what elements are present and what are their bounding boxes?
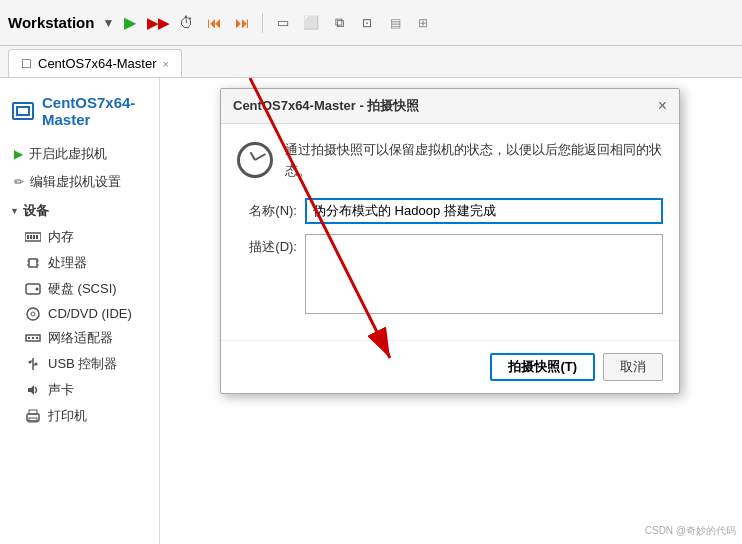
separator-1 <box>262 13 263 33</box>
device-hdd-label: 硬盘 (SCSI) <box>48 280 117 298</box>
cdrom-icon <box>24 307 42 321</box>
svg-point-14 <box>31 312 35 316</box>
dialog-clock-icon <box>237 142 273 178</box>
forward-button[interactable]: ▶▶ <box>146 11 170 35</box>
main-area: CentOS7x64-Master ▶ 开启此虚拟机 ✏ 编辑虚拟机设置 ▼ 设… <box>0 78 742 544</box>
dialog-title: CentOS7x64-Master - 拍摄快照 <box>233 97 419 115</box>
dialog-body: 通过拍摄快照可以保留虚拟机的状态，以便以后您能返回相同的状态。 名称(N): 描… <box>221 124 679 340</box>
device-cdrom[interactable]: CD/DVD (IDE) <box>0 302 159 325</box>
window-icon-4: ⊡ <box>362 16 372 30</box>
dialog-name-field: 名称(N): <box>237 198 663 224</box>
sidebar: CentOS7x64-Master ▶ 开启此虚拟机 ✏ 编辑虚拟机设置 ▼ 设… <box>0 78 160 544</box>
restore-icon: ⏮ <box>207 14 222 31</box>
section-collapse-icon[interactable]: ▼ <box>10 206 19 216</box>
dropdown-arrow[interactable]: ▼ <box>102 16 114 30</box>
usb-icon <box>24 357 42 371</box>
device-sound[interactable]: 声卡 <box>0 377 159 403</box>
dialog-name-input[interactable] <box>305 198 663 224</box>
device-hdd[interactable]: 硬盘 (SCSI) <box>0 276 159 302</box>
cpu-icon <box>24 256 42 270</box>
tab-vm-icon: ☐ <box>21 57 32 71</box>
dialog-desc-field: 描述(D): <box>237 234 663 314</box>
play-button[interactable]: ▶ <box>118 11 142 35</box>
vm-icon <box>12 102 34 120</box>
svg-rect-0 <box>17 107 29 115</box>
cancel-button[interactable]: 取消 <box>603 353 663 381</box>
device-cdrom-label: CD/DVD (IDE) <box>48 306 132 321</box>
hdd-icon <box>24 282 42 296</box>
start-vm-label: 开启此虚拟机 <box>29 145 107 163</box>
dialog-titlebar: CentOS7x64-Master - 拍摄快照 × <box>221 89 679 124</box>
grid-icon: ⊞ <box>418 16 428 30</box>
app-title: Workstation <box>8 14 94 31</box>
window-btn-1[interactable]: ▭ <box>271 11 295 35</box>
device-usb-label: USB 控制器 <box>48 355 117 373</box>
device-printer[interactable]: 打印机 <box>0 403 159 429</box>
vm-name-label: CentOS7x64-Master <box>42 94 147 128</box>
dialog-desc-label: 描述(D): <box>237 238 297 256</box>
window-btn-4[interactable]: ⊡ <box>355 11 379 35</box>
device-cpu[interactable]: 处理器 <box>0 250 159 276</box>
device-nic[interactable]: 网络适配器 <box>0 325 159 351</box>
clock-icon: ⏱ <box>179 14 194 31</box>
device-nic-label: 网络适配器 <box>48 329 113 347</box>
svg-point-22 <box>29 361 32 364</box>
device-sound-label: 声卡 <box>48 381 74 399</box>
device-printer-label: 打印机 <box>48 407 87 425</box>
nic-icon <box>24 331 42 345</box>
svg-point-23 <box>35 363 38 366</box>
device-memory[interactable]: 内存 <box>0 224 159 250</box>
svg-marker-24 <box>28 385 34 395</box>
dialog-overlay: CentOS7x64-Master - 拍摄快照 × 通过拍摄快照可以保留虚拟机… <box>160 78 742 544</box>
tab-close-button[interactable]: × <box>163 58 169 70</box>
svg-rect-17 <box>32 337 34 339</box>
svg-rect-5 <box>36 235 38 239</box>
svg-point-12 <box>36 288 39 291</box>
window-btn-6[interactable]: ⊞ <box>411 11 435 35</box>
toolbar: Workstation ▼ ▶ ▶▶ ⏱ ⏮ ⏭ ▭ ⬜ ⧉ ⊡ ▤ ⊞ <box>0 0 742 46</box>
dialog-desc-textarea[interactable] <box>305 234 663 314</box>
sound-icon <box>24 383 42 397</box>
tab-label: CentOS7x64-Master <box>38 56 157 71</box>
forward-icon: ▶▶ <box>147 15 169 31</box>
start-vm-action[interactable]: ▶ 开启此虚拟机 <box>0 140 159 168</box>
window-icon-1: ▭ <box>277 15 289 30</box>
dialog-footer: 拍摄快照(T) 取消 <box>221 340 679 393</box>
window-btn-5[interactable]: ▤ <box>383 11 407 35</box>
svg-rect-16 <box>28 337 30 339</box>
window-btn-2[interactable]: ⬜ <box>299 11 323 35</box>
content-area: CentOS7x64-Master - 拍摄快照 × 通过拍摄快照可以保留虚拟机… <box>160 78 742 544</box>
snapshot-dialog: CentOS7x64-Master - 拍摄快照 × 通过拍摄快照可以保留虚拟机… <box>220 88 680 394</box>
restore-button[interactable]: ⏮ <box>202 11 226 35</box>
manage-snapshots-button[interactable]: ⏭ <box>230 11 254 35</box>
dialog-description-text: 通过拍摄快照可以保留虚拟机的状态，以便以后您能返回相同的状态。 <box>285 140 663 182</box>
devices-section-header: ▼ 设备 <box>0 196 159 224</box>
dialog-close-button[interactable]: × <box>658 98 667 114</box>
start-vm-icon: ▶ <box>14 147 23 161</box>
device-memory-label: 内存 <box>48 228 74 246</box>
window-icon-3: ⧉ <box>335 15 344 31</box>
edit-vm-action[interactable]: ✏ 编辑虚拟机设置 <box>0 168 159 196</box>
vm-tab[interactable]: ☐ CentOS7x64-Master × <box>8 49 182 77</box>
dialog-description-block: 通过拍摄快照可以保留虚拟机的状态，以便以后您能返回相同的状态。 <box>237 140 663 182</box>
svg-rect-18 <box>36 337 38 339</box>
svg-rect-6 <box>29 259 37 267</box>
window-icon-2: ⬜ <box>303 15 319 30</box>
printer-icon <box>24 409 42 423</box>
play-icon: ▶ <box>124 13 136 32</box>
terminal-icon: ▤ <box>390 16 401 30</box>
tabbar: ☐ CentOS7x64-Master × <box>0 46 742 78</box>
snapshot-clock-button[interactable]: ⏱ <box>174 11 198 35</box>
window-btn-3[interactable]: ⧉ <box>327 11 351 35</box>
device-usb[interactable]: USB 控制器 <box>0 351 159 377</box>
device-cpu-label: 处理器 <box>48 254 87 272</box>
devices-section-label: 设备 <box>23 202 49 220</box>
take-snapshot-button[interactable]: 拍摄快照(T) <box>490 353 595 381</box>
vm-title-block: CentOS7x64-Master <box>0 90 159 140</box>
manage-icon: ⏭ <box>235 14 250 31</box>
svg-rect-2 <box>27 235 29 239</box>
memory-icon <box>24 230 42 244</box>
svg-rect-4 <box>33 235 35 239</box>
dialog-name-label: 名称(N): <box>237 202 297 220</box>
clock-hand-minute <box>255 153 266 161</box>
